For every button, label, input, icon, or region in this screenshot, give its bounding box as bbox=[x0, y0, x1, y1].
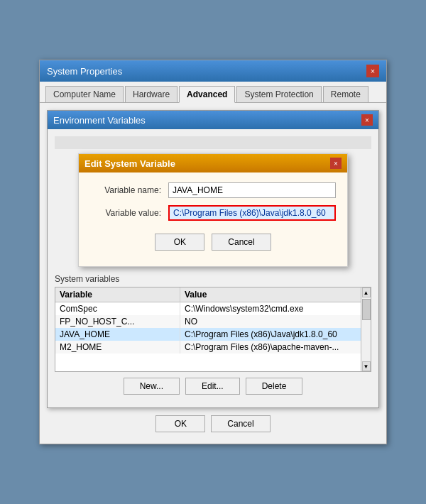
cell-variable: ComSpec bbox=[55, 302, 180, 316]
table-row[interactable]: FP_NO_HOST_C... NO bbox=[55, 315, 371, 328]
env-vars-title: Environment Variables bbox=[53, 115, 146, 126]
system-properties-window: System Properties × Computer Name Hardwa… bbox=[39, 60, 387, 444]
cell-variable: FP_NO_HOST_C... bbox=[55, 315, 180, 328]
table-row[interactable]: ComSpec C:\Windows\system32\cmd.exe bbox=[55, 302, 371, 316]
env-vars-close-button[interactable]: × bbox=[361, 114, 373, 126]
variable-value-input[interactable] bbox=[168, 205, 336, 221]
tab-remote[interactable]: Remote bbox=[323, 86, 368, 102]
scroll-up-arrow[interactable]: ▲ bbox=[362, 287, 371, 297]
variable-name-row: Variable name: bbox=[90, 182, 336, 198]
sys-vars-delete-button[interactable]: Delete bbox=[246, 378, 303, 395]
vars-table-header-row: Variable Value bbox=[55, 287, 371, 302]
tab-computer-name[interactable]: Computer Name bbox=[45, 86, 124, 102]
sys-vars-section: System variables Variable Value bbox=[55, 274, 371, 400]
scrollbar-track: ▲ ▼ bbox=[361, 287, 371, 371]
tabs-bar: Computer Name Hardware Advanced System P… bbox=[40, 82, 386, 103]
edit-var-buttons: OK Cancel bbox=[90, 228, 336, 258]
table-row-selected[interactable]: JAVA_HOME C:\Program Files (x86)\Java\jd… bbox=[55, 328, 371, 341]
cell-value: C:\Program Files (x86)\Java\jdk1.8.0_60 bbox=[180, 328, 370, 341]
tab-system-protection[interactable]: System Protection bbox=[236, 86, 321, 102]
variable-value-label: Variable value: bbox=[90, 208, 168, 218]
tab-hardware[interactable]: Hardware bbox=[125, 86, 178, 102]
vars-table-container: Variable Value ComSpec C:\Windows\system… bbox=[55, 287, 371, 372]
table-row[interactable]: M2_HOME C:\Program Files (x86)\apache-ma… bbox=[55, 341, 371, 354]
edit-var-dialog: Edit System Variable × Variable name: Va… bbox=[78, 153, 348, 267]
variable-value-row: Variable value: bbox=[90, 205, 336, 221]
variable-name-label: Variable name: bbox=[90, 185, 168, 195]
sys-props-close-button[interactable]: × bbox=[366, 65, 379, 77]
cell-variable: JAVA_HOME bbox=[55, 328, 180, 341]
window-content: Environment Variables × Edit System Vari… bbox=[40, 103, 386, 444]
variable-name-input[interactable] bbox=[168, 182, 336, 198]
sys-vars-new-button[interactable]: New... bbox=[124, 378, 180, 395]
edit-var-titlebar: Edit System Variable × bbox=[79, 154, 347, 172]
scrollbar-thumb[interactable] bbox=[362, 299, 371, 320]
cell-value: NO bbox=[180, 315, 370, 328]
col-variable: Variable bbox=[55, 287, 180, 302]
sys-props-titlebar: System Properties × bbox=[40, 60, 386, 82]
sys-vars-label: System variables bbox=[55, 274, 371, 284]
cell-variable: M2_HOME bbox=[55, 341, 180, 354]
edit-var-body: Variable name: Variable value: OK Cancel bbox=[79, 172, 347, 266]
edit-var-cancel-button[interactable]: Cancel bbox=[212, 234, 271, 251]
edit-var-close-button[interactable]: × bbox=[330, 158, 342, 169]
sys-vars-buttons: New... Edit... Delete bbox=[55, 372, 371, 400]
vars-table: Variable Value ComSpec C:\Windows\system… bbox=[55, 287, 371, 354]
sys-props-title: System Properties bbox=[47, 66, 122, 77]
placeholder-row-1 bbox=[55, 136, 371, 149]
edit-var-title: Edit System Variable bbox=[84, 158, 175, 169]
cell-value: C:\Windows\system32\cmd.exe bbox=[180, 302, 370, 316]
env-vars-dialog: Environment Variables × Edit System Vari… bbox=[47, 110, 379, 408]
edit-var-ok-button[interactable]: OK bbox=[155, 234, 204, 251]
env-vars-body: Edit System Variable × Variable name: Va… bbox=[48, 129, 378, 407]
main-cancel-button[interactable]: Cancel bbox=[211, 415, 270, 432]
cell-value: C:\Program Files (x86)\apache-maven-... bbox=[180, 341, 370, 354]
main-buttons: OK Cancel bbox=[47, 408, 379, 437]
sys-vars-edit-button[interactable]: Edit... bbox=[185, 378, 240, 395]
tab-advanced[interactable]: Advanced bbox=[179, 86, 235, 103]
edit-var-overlay: Edit System Variable × Variable name: Va… bbox=[78, 153, 348, 267]
env-vars-titlebar: Environment Variables × bbox=[48, 111, 378, 129]
main-ok-button[interactable]: OK bbox=[155, 415, 205, 432]
col-value: Value bbox=[180, 287, 370, 302]
scroll-down-arrow[interactable]: ▼ bbox=[362, 361, 371, 371]
